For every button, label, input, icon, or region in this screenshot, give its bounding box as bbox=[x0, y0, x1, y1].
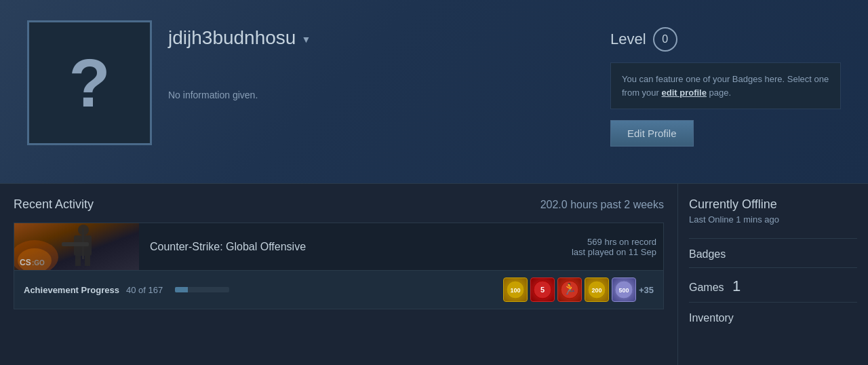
level-label: Level bbox=[610, 31, 646, 48]
username-row: jdijh3budnhosu ▼ bbox=[168, 27, 594, 49]
edit-profile-button[interactable]: Edit Profile bbox=[610, 120, 694, 147]
status-title: Currently Offline bbox=[689, 197, 857, 212]
avatar: ? bbox=[27, 20, 152, 145]
games-count: 1 bbox=[732, 277, 741, 294]
achievement-badges: 100 5 🏃 bbox=[503, 277, 654, 302]
svg-text::GO: :GO bbox=[32, 259, 45, 267]
badge-runner: 🏃 bbox=[557, 277, 582, 302]
game-info-row: CS :GO Counter-Strike: Global Offensive … bbox=[14, 223, 663, 270]
level-badge: 0 bbox=[653, 27, 677, 52]
achievements-row: Achievement Progress 40 of 167 100 bbox=[14, 270, 663, 309]
badge-200-svg: 200 bbox=[587, 280, 606, 299]
game-row[interactable]: CS :GO Counter-Strike: Global Offensive … bbox=[14, 223, 664, 309]
activity-header: Recent Activity 202.0 hours past 2 weeks bbox=[14, 197, 664, 212]
profile-header: ? jdijh3budnhosu ▼ No information given.… bbox=[0, 0, 868, 183]
level-value: 0 bbox=[662, 33, 668, 45]
bottom-section: Recent Activity 202.0 hours past 2 weeks bbox=[0, 183, 868, 365]
achievement-progress-bar bbox=[175, 287, 229, 292]
achievement-progress-fill bbox=[175, 287, 188, 292]
achievement-label: Achievement Progress bbox=[24, 285, 119, 295]
svg-text:CS: CS bbox=[20, 258, 31, 267]
username-dropdown-arrow[interactable]: ▼ bbox=[301, 34, 311, 45]
inventory-label: Inventory bbox=[689, 302, 857, 324]
hours-text: 202.0 hours past 2 weeks bbox=[540, 199, 664, 211]
badge-5: 5 bbox=[530, 277, 555, 302]
level-row: Level 0 bbox=[610, 27, 841, 52]
badge-runner-svg: 🏃 bbox=[560, 280, 579, 299]
badge-100-svg: 100 bbox=[506, 280, 525, 299]
badge-200: 200 bbox=[585, 277, 609, 302]
achievement-count: 40 of 167 bbox=[126, 285, 163, 295]
svg-text:🏃: 🏃 bbox=[563, 282, 576, 295]
achievement-plus: +35 bbox=[639, 285, 654, 295]
game-hrs: 569 hrs on record bbox=[572, 237, 656, 247]
svg-text:500: 500 bbox=[618, 287, 629, 294]
activity-panel: Recent Activity 202.0 hours past 2 weeks bbox=[0, 184, 678, 365]
game-details: Counter-Strike: Global Offensive bbox=[139, 234, 565, 260]
games-label: Games bbox=[689, 282, 724, 293]
svg-rect-5 bbox=[85, 256, 90, 266]
no-info-text: No information given. bbox=[168, 90, 594, 100]
edit-profile-link[interactable]: edit profile bbox=[662, 88, 707, 98]
svg-rect-6 bbox=[62, 242, 89, 246]
badge-info-suffix: page. bbox=[707, 88, 731, 98]
svg-point-2 bbox=[78, 225, 89, 235]
game-last-played: last played on 11 Sep bbox=[572, 247, 656, 257]
badge-500-svg: 500 bbox=[614, 280, 633, 299]
right-panel: Level 0 You can feature one of your Badg… bbox=[610, 20, 841, 147]
activity-title: Recent Activity bbox=[14, 197, 94, 212]
games-section: Games 1 bbox=[689, 267, 857, 295]
status-sub: Last Online 1 mins ago bbox=[689, 214, 857, 225]
game-stats: 569 hrs on record last played on 11 Sep bbox=[565, 233, 663, 261]
badge-5-svg: 5 bbox=[533, 280, 552, 299]
username: jdijh3budnhosu bbox=[168, 27, 296, 49]
badge-100: 100 bbox=[503, 277, 528, 302]
svg-text:100: 100 bbox=[510, 287, 520, 294]
badge-500: 500 bbox=[612, 277, 636, 302]
svg-text:5: 5 bbox=[540, 286, 545, 294]
badges-label: Badges bbox=[689, 238, 857, 261]
game-name[interactable]: Counter-Strike: Global Offensive bbox=[150, 241, 554, 253]
csgo-thumbnail-svg: CS :GO bbox=[14, 223, 139, 270]
badge-info-box: You can feature one of your Badges here.… bbox=[610, 62, 841, 109]
profile-info: jdijh3budnhosu ▼ No information given. bbox=[168, 20, 594, 100]
svg-rect-4 bbox=[75, 256, 81, 266]
status-panel: Currently Offline Last Online 1 mins ago… bbox=[678, 184, 868, 365]
avatar-placeholder: ? bbox=[68, 49, 110, 117]
game-thumbnail: CS :GO bbox=[14, 223, 139, 270]
svg-text:200: 200 bbox=[591, 287, 601, 294]
